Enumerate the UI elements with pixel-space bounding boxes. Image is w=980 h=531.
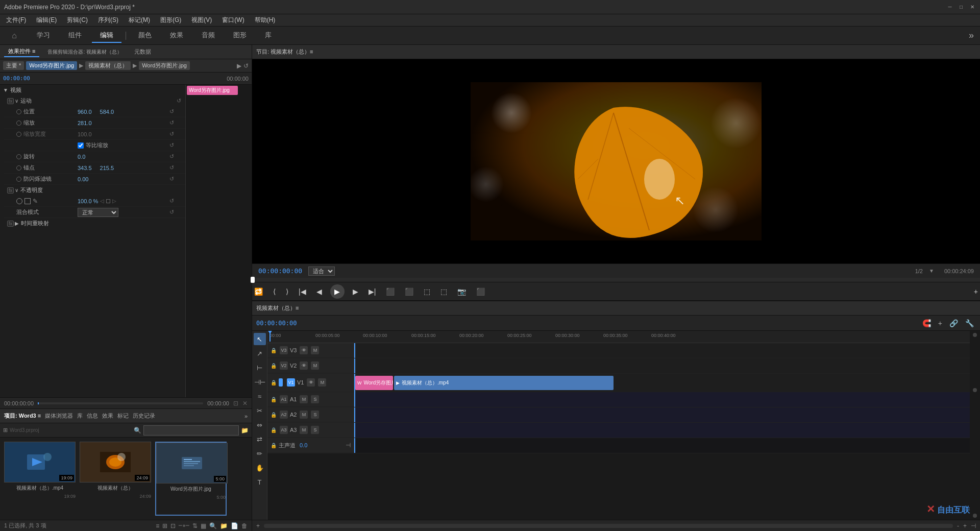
tl-tool-btn[interactable]: 🔧 [963,318,976,328]
rotation-anim-icon[interactable] [16,154,21,159]
nav-more-button[interactable]: » [969,30,974,41]
uniform-scale-reset[interactable]: ↺ [168,142,175,149]
track-v3-lock[interactable]: 🔒 [271,348,277,353]
hand-tool[interactable]: ✋ [254,462,266,474]
track-v1-lock[interactable]: 🔒 [271,380,277,385]
position-x[interactable]: 960.0 [78,109,92,115]
antiflicker-reset[interactable]: ↺ [168,176,175,182]
effects-tab[interactable]: 效果 [102,412,113,420]
pen-tool[interactable]: ✏ [254,447,266,460]
razor-tool[interactable]: ✂ [254,404,266,417]
track-select-tool[interactable]: ↗ [254,347,266,359]
opacity-reset[interactable]: ↺ [168,198,175,204]
history-tab[interactable]: 历史记录 [133,412,155,420]
project-new-bin2[interactable]: 📁 [220,522,228,529]
add-btn[interactable]: + [972,285,980,298]
track-master-lock[interactable]: 🔒 [271,443,277,448]
home-button[interactable]: ⌂ [6,29,22,43]
step-back-btn[interactable]: ◀ [314,285,324,298]
play-button[interactable]: ▶ [330,284,345,299]
master-end-btn[interactable]: ⊣ [346,442,351,449]
scale-reset[interactable]: ↺ [168,119,175,126]
v1-clip-video[interactable]: ▶ 视频素材（总）.mp4 [394,376,614,390]
scale-value[interactable]: 281.0 [78,120,92,126]
track-v3-mute[interactable]: M [311,346,319,354]
menu-edit[interactable]: 编辑(E) [32,15,61,26]
menu-help[interactable]: 帮助(H) [251,15,280,26]
tab-assembly[interactable]: 组件 [60,29,90,43]
opacity-anim-right[interactable]: ▷ [112,198,116,204]
track-v1-body[interactable]: W Word另存图片.jpg ▶ 视频素材（总）.mp4 [354,374,970,392]
anchor-value[interactable]: 343.5 215.5 [78,165,114,171]
go-out-btn[interactable]: ⟩ [284,285,290,298]
new-bin-icon[interactable]: 📁 [241,427,249,434]
motion-reset[interactable]: ↺ [175,98,182,104]
track-v2-mute[interactable]: M [311,361,319,370]
slide-tool[interactable]: ⇄ [254,433,266,445]
effect-panel-close[interactable]: ✕ [242,400,248,407]
anchor-y[interactable]: 215.5 [100,165,114,171]
position-anim-icon[interactable] [16,109,21,114]
timeline-zoom-out[interactable]: - [957,522,959,529]
effect-progress-bar[interactable] [38,402,203,404]
tl-link-btn[interactable]: 🔗 [947,318,960,328]
track-v2-sync[interactable]: V2 [280,361,288,370]
extract-btn[interactable]: ⬚ [438,285,449,298]
effect-panel-expand[interactable]: ⊡ [233,400,238,407]
project-icon-view[interactable]: ⊞ [162,522,167,529]
preview-scrubber[interactable] [252,278,980,282]
menu-window[interactable]: 窗口(W) [218,15,248,26]
menu-file[interactable]: 文件(F) [2,15,30,26]
loop-btn[interactable]: 🔁 [252,285,265,298]
go-in-btn[interactable]: ⟨ [271,285,278,298]
tab-color[interactable]: 颜色 [130,29,160,43]
media-browser-tab[interactable]: 媒体浏览器 [45,412,73,420]
fit-select[interactable]: 适合 [308,267,335,276]
page-selector[interactable]: ▼ [929,268,934,274]
timeline-scrollbar[interactable] [264,524,953,528]
rotation-value[interactable]: 0.0 [78,154,85,160]
tab-library[interactable]: 库 [257,29,280,43]
antiflicker-anim-icon[interactable] [16,177,21,182]
export-btn[interactable]: ⬛ [474,285,487,298]
media-item-2[interactable]: 24:09 视频素材（总） 24:09 [80,442,151,516]
menu-graphics[interactable]: 图形(G) [156,15,185,26]
track-a1-m[interactable]: M [300,395,308,403]
info-tab[interactable]: 信息 [87,412,98,420]
project-more[interactable]: » [244,413,248,419]
timeline-end[interactable]: ⊣ [971,522,976,529]
antiflicker-value[interactable]: 0.00 [78,176,88,182]
prev-edit-btn[interactable]: |◀ [297,285,308,298]
track-a2-body[interactable] [354,407,970,422]
source-sequence[interactable]: 视频素材（总） [85,61,131,70]
timeline-zoom-in[interactable]: + [963,522,967,529]
track-a2-lock[interactable]: 🔒 [271,412,277,418]
blend-mode-select[interactable]: 正常 [78,208,118,217]
menu-sequence[interactable]: 序列(S) [94,15,122,26]
scale-width-reset[interactable]: ↺ [168,131,175,137]
ripple-tool[interactable]: ⊢ [254,361,266,374]
select-tool[interactable]: ↖ [254,333,266,345]
project-freeform[interactable]: ⊡ [170,522,176,529]
track-a2-s[interactable]: S [311,411,319,419]
type-tool[interactable]: T [254,476,266,488]
timeline-timecode[interactable]: 00:00:00:00 [256,320,297,327]
timeline-ruler[interactable]: 00:00 00:00:05:00 00:00:10:00 00:00:15:0… [267,331,970,343]
project-sort[interactable]: ⇅ [192,522,198,529]
effect-mini-timeline[interactable]: Word另存图片.jpg [185,85,252,397]
step-fwd-btn[interactable]: ▶ [351,285,360,298]
metadata-tab[interactable]: 元数据 [130,47,155,57]
tl-snap-btn[interactable]: 🧲 [920,318,933,328]
project-new-item[interactable]: 📄 [231,522,238,529]
track-a3-s[interactable]: S [311,426,319,434]
video-section-header[interactable]: ▼ 视频 [0,85,185,95]
restore-button[interactable]: □ [958,4,965,11]
track-v3-vis[interactable]: 👁 [300,346,308,354]
position-y[interactable]: 584.0 [100,109,114,115]
minimize-button[interactable]: ─ [946,4,953,11]
track-v2-lock[interactable]: 🔒 [271,363,277,369]
anchor-x[interactable]: 343.5 [78,165,92,171]
tl-add-btn[interactable]: + [936,318,944,328]
next-edit-btn[interactable]: ▶| [366,285,378,298]
tab-audio[interactable]: 音频 [193,29,223,43]
